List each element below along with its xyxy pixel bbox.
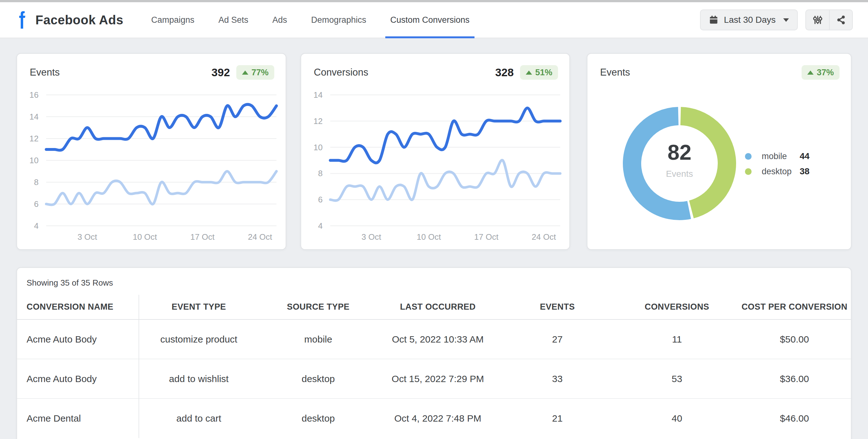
donut-center-value: 82	[668, 140, 691, 164]
conversions-total: 328	[495, 66, 514, 79]
events-card-header: Events 392 77%	[30, 65, 274, 80]
tab-demographics[interactable]: Demographics	[306, 2, 371, 38]
y-axis-label: 10	[29, 156, 39, 165]
legend-item-desktop[interactable]: desktop38	[745, 164, 809, 179]
x-axis-label: 10 Oct	[416, 232, 441, 242]
donut-legend: mobile44desktop38	[745, 149, 809, 179]
table-cell: mobile	[258, 319, 378, 359]
table-cell: desktop	[258, 399, 378, 438]
table-cell: 53	[617, 359, 737, 399]
y-axis-label: 8	[318, 168, 323, 178]
table-cell: $46.00	[737, 399, 851, 438]
x-axis-label: 24 Oct	[248, 232, 272, 242]
table-cell: Oct 15, 2022 7:29 PM	[378, 359, 498, 399]
header-controls: Last 30 Days	[700, 2, 853, 38]
chevron-down-icon	[783, 18, 789, 22]
app-header: Facebook Ads CampaignsAd SetsAdsDemograp…	[0, 2, 868, 38]
y-axis-label: 6	[318, 195, 323, 204]
legend-value: 38	[800, 166, 809, 177]
events-line-chart: 468101214163 Oct10 Oct17 Oct24 Oct	[17, 92, 287, 250]
table-cell: Oct 4, 2022 7:48 PM	[378, 399, 498, 438]
events-delta-badge: 77%	[236, 65, 274, 80]
table-cell: $50.00	[737, 319, 851, 359]
y-axis-label: 4	[318, 221, 323, 230]
table-cell: Acme Auto Body	[17, 319, 139, 359]
legend-label: mobile	[762, 152, 800, 161]
table-header-row: CONVERSION NAMEEVENT TYPESOURCE TYPELAST…	[17, 295, 851, 319]
donut-center-label: Events	[666, 169, 693, 179]
column-header[interactable]: LAST OCCURRED	[378, 295, 498, 319]
arrow-up-icon	[526, 70, 532, 75]
tab-ad-sets[interactable]: Ad Sets	[214, 2, 254, 38]
y-axis-label: 8	[34, 178, 39, 187]
arrow-up-icon	[807, 70, 814, 75]
y-axis-label: 14	[313, 92, 323, 100]
filter-button[interactable]	[806, 10, 829, 30]
column-header[interactable]: EVENT TYPE	[139, 295, 258, 319]
facebook-ads-dashboard: Facebook Ads CampaignsAd SetsAdsDemograp…	[0, 0, 868, 439]
table-row[interactable]: Acme Auto Bodyadd to wishlistdesktopOct …	[17, 359, 851, 399]
filter-sliders-icon	[813, 15, 823, 25]
legend-label: desktop	[762, 167, 800, 177]
table-cell: $36.00	[737, 359, 851, 399]
conversions-primary-line	[330, 108, 560, 163]
y-axis-label: 6	[34, 199, 39, 209]
legend-value: 44	[800, 151, 809, 161]
events-card: Events 392 77% 468101214163 Oct10 Oct17 …	[17, 53, 286, 250]
table-cell: Oct 5, 2022 10:33 AM	[378, 319, 498, 359]
table-row-count: Showing 35 of 35 Rows	[17, 268, 851, 288]
app-title: Facebook Ads	[35, 13, 123, 27]
table-cell: 21	[498, 399, 617, 438]
date-range-label: Last 30 Days	[724, 15, 776, 25]
x-axis-label: 17 Oct	[474, 232, 499, 242]
y-axis-label: 16	[29, 92, 39, 100]
toolbar-icon-group	[805, 9, 853, 30]
table-cell: 11	[617, 319, 737, 359]
legend-item-mobile[interactable]: mobile44	[745, 149, 809, 164]
events-donut-chart: 82Events	[587, 92, 852, 250]
table-cell: 27	[498, 319, 617, 359]
table-cell: desktop	[258, 359, 378, 399]
brand: Facebook Ads	[18, 2, 123, 38]
table-cell: 33	[498, 359, 617, 399]
column-header[interactable]: EVENTS	[498, 295, 617, 319]
share-icon	[836, 15, 846, 25]
x-axis-label: 3 Oct	[78, 232, 97, 242]
events-secondary-line	[46, 171, 276, 205]
conversions-line-chart: 4681012143 Oct10 Oct17 Oct24 Oct	[301, 92, 571, 250]
events-donut-card: Events 37% 82Events mobile44desktop38	[587, 53, 851, 250]
y-axis-label: 12	[313, 116, 323, 126]
events-total: 392	[212, 66, 230, 79]
y-axis-label: 14	[29, 112, 39, 121]
y-axis-label: 12	[29, 134, 39, 143]
date-range-button[interactable]: Last 30 Days	[700, 9, 798, 30]
card-title: Events	[600, 67, 630, 78]
column-header[interactable]: SOURCE TYPE	[258, 295, 378, 319]
x-axis-label: 24 Oct	[532, 232, 556, 242]
donut-delta-badge: 37%	[802, 65, 840, 80]
card-title: Conversions	[314, 67, 368, 78]
y-axis-label: 4	[34, 221, 39, 230]
tab-campaigns[interactable]: Campaigns	[146, 2, 199, 38]
conversions-card-header: Conversions 328 51%	[314, 65, 558, 80]
x-axis-label: 3 Oct	[362, 232, 381, 242]
x-axis-label: 17 Oct	[190, 232, 215, 242]
column-header[interactable]: COST PER CONVERSION	[737, 295, 851, 319]
tab-ads[interactable]: Ads	[267, 2, 292, 38]
column-header[interactable]: CONVERSIONS	[617, 295, 737, 319]
table-row[interactable]: Acme Auto Bodycustomize productmobileOct…	[17, 319, 851, 359]
conversions-delta-badge: 51%	[520, 65, 558, 80]
conversions-table: CONVERSION NAMEEVENT TYPESOURCE TYPELAST…	[17, 295, 851, 438]
column-header[interactable]: CONVERSION NAME	[17, 295, 139, 319]
tab-custom-conversions[interactable]: Custom Conversions	[385, 2, 475, 38]
share-button[interactable]	[829, 10, 852, 30]
card-title: Events	[30, 67, 60, 78]
events-primary-line	[46, 104, 276, 150]
conversions-table-card: Showing 35 of 35 Rows CONVERSION NAMEEVE…	[17, 267, 851, 439]
table-row[interactable]: Acme Dentaladd to cartdesktopOct 4, 2022…	[17, 399, 851, 438]
table-cell: Acme Dental	[17, 399, 139, 438]
x-axis-label: 10 Oct	[133, 232, 157, 242]
table-cell: add to wishlist	[139, 359, 258, 399]
table-cell: add to cart	[139, 399, 258, 438]
calendar-icon	[709, 15, 718, 25]
